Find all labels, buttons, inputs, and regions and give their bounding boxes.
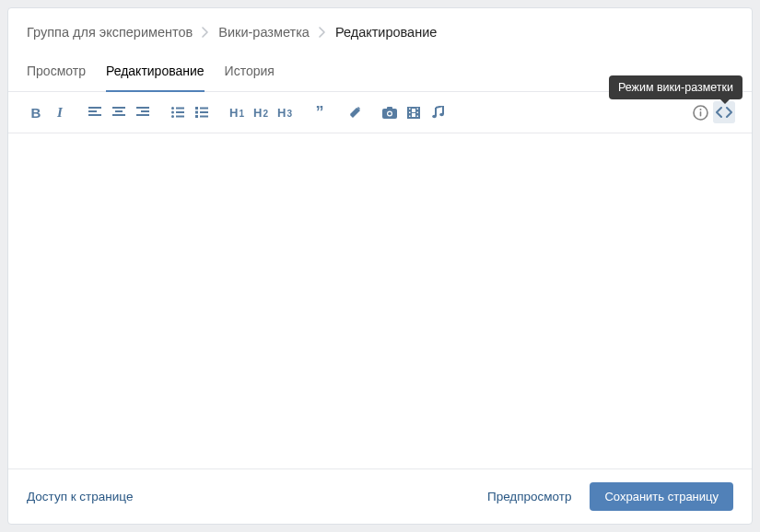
editor-textarea[interactable] — [8, 133, 752, 468]
unordered-list-button[interactable] — [167, 101, 189, 123]
breadcrumb-group[interactable]: Группа для экспериментов — [27, 25, 193, 40]
breadcrumb-current: Редактирование — [335, 25, 437, 40]
toolbar-container: Режим вики-разметки B I — [8, 92, 752, 133]
chevron-right-icon — [319, 27, 326, 38]
svg-rect-17 — [417, 111, 419, 113]
heading1-icon: H1 — [229, 106, 244, 120]
svg-rect-20 — [412, 113, 415, 117]
ordered-list-icon — [195, 107, 208, 118]
camera-icon — [382, 107, 397, 119]
editor-card: Группа для экспериментов Вики-разметка Р… — [7, 7, 753, 525]
align-left-button[interactable] — [84, 101, 106, 123]
align-left-icon — [88, 107, 101, 118]
svg-rect-3 — [195, 107, 198, 110]
quote-button[interactable]: ” — [309, 101, 331, 123]
heading2-button[interactable]: H2 — [250, 101, 272, 123]
chevron-right-icon — [202, 27, 209, 38]
bold-button[interactable]: B — [25, 101, 47, 123]
svg-rect-15 — [409, 115, 411, 117]
heading3-icon: H3 — [277, 106, 292, 120]
svg-point-21 — [432, 115, 437, 119]
svg-rect-13 — [409, 108, 411, 110]
breadcrumb: Группа для экспериментов Вики-разметка Р… — [8, 8, 752, 52]
unordered-list-icon — [171, 107, 184, 118]
svg-point-0 — [171, 107, 174, 110]
heading1-button[interactable]: H1 — [226, 101, 248, 123]
svg-point-11 — [388, 111, 392, 115]
photo-button[interactable] — [379, 101, 401, 123]
svg-rect-9 — [387, 107, 392, 110]
align-center-button[interactable] — [108, 101, 130, 123]
heading3-button[interactable]: H3 — [274, 101, 296, 123]
align-right-button[interactable] — [132, 101, 154, 123]
music-icon — [432, 106, 444, 119]
wiki-mode-button[interactable] — [713, 101, 735, 123]
italic-button[interactable]: I — [49, 101, 71, 123]
breadcrumb-section[interactable]: Вики-разметка — [218, 25, 310, 40]
film-icon — [407, 107, 420, 119]
link-button[interactable] — [344, 101, 366, 123]
audio-button[interactable] — [427, 101, 449, 123]
page-access-link[interactable]: Доступ к странице — [27, 490, 133, 503]
video-button[interactable] — [403, 101, 425, 123]
heading2-icon: H2 — [253, 106, 268, 120]
svg-rect-14 — [409, 111, 411, 113]
svg-rect-19 — [412, 109, 415, 112]
bold-icon: B — [31, 105, 41, 121]
svg-point-1 — [171, 111, 174, 114]
quote-icon: ” — [316, 108, 324, 117]
svg-rect-5 — [195, 115, 198, 118]
svg-point-22 — [439, 113, 444, 117]
italic-icon: I — [57, 105, 63, 121]
tab-preview[interactable]: Просмотр — [27, 52, 86, 91]
tab-edit[interactable]: Редактирование — [106, 52, 205, 91]
ordered-list-button[interactable] — [191, 101, 213, 123]
info-button[interactable] — [689, 101, 711, 123]
svg-point-24 — [699, 109, 701, 110]
align-center-icon — [112, 107, 125, 118]
preview-link[interactable]: Предпросмотр — [487, 490, 572, 503]
info-icon — [693, 105, 708, 121]
link-icon — [348, 106, 361, 119]
svg-rect-25 — [699, 111, 701, 117]
svg-rect-4 — [195, 111, 198, 114]
save-button[interactable]: Сохранить страницу — [590, 482, 733, 511]
svg-point-2 — [171, 115, 174, 118]
align-right-icon — [136, 107, 149, 118]
tooltip-wiki-mode: Режим вики-разметки — [609, 75, 742, 99]
code-icon — [716, 106, 732, 119]
tab-history[interactable]: История — [225, 52, 275, 91]
svg-rect-16 — [417, 108, 419, 110]
footer: Доступ к странице Предпросмотр Сохранить… — [8, 468, 752, 524]
svg-rect-18 — [417, 115, 419, 117]
